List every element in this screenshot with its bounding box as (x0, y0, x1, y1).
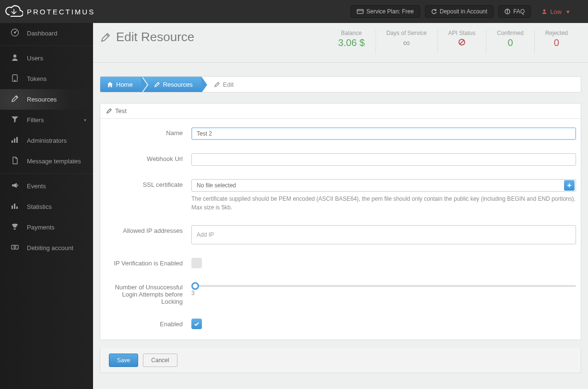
stat-api: API Status (437, 30, 486, 54)
check-icon (194, 321, 200, 327)
attempts-value: 3 (191, 290, 576, 297)
svg-point-10 (14, 80, 15, 81)
deposit-button[interactable]: Deposit in Account (425, 5, 494, 18)
sidebar-item-dashboard[interactable]: Dashboard (0, 23, 93, 44)
name-label: Name (105, 127, 191, 137)
svg-line-20 (460, 40, 464, 44)
cancel-button[interactable]: Cancel (143, 354, 177, 367)
sidebar-item-tokens[interactable]: Tokens (0, 69, 93, 89)
ip-verify-toggle[interactable] (191, 258, 202, 268)
breadcrumb-label: Home (116, 81, 133, 88)
dashboard-icon (10, 28, 20, 38)
page-title: Edit Resource (100, 30, 194, 45)
faq-button[interactable]: FAQ (498, 5, 531, 18)
service-plan-button[interactable]: Service Plan: Free (351, 5, 420, 18)
stat-rejected: Rejected 0 (534, 30, 578, 54)
form-panel: Test Name Webhook Url SSL certificate (100, 103, 581, 340)
svg-rect-0 (357, 10, 364, 14)
sidebar-item-label: Filters (27, 116, 44, 124)
sidebar-item-templates[interactable]: Message templates (0, 151, 93, 172)
stats-bar: Balance 3.06 $ Days of Service ∞ API Sta… (328, 30, 578, 54)
stat-label: Confirmed (497, 30, 523, 36)
sidebar-item-debiting[interactable]: Debiting account (0, 238, 93, 258)
svg-rect-15 (14, 204, 15, 209)
user-menu[interactable]: Low ▾ (536, 6, 576, 18)
sidebar-item-users[interactable]: Users (0, 48, 93, 69)
attempts-slider[interactable] (191, 285, 576, 287)
megaphone-icon (10, 181, 20, 191)
sidebar-item-label: Events (27, 183, 46, 190)
ssl-label: SSL certificate (105, 179, 191, 188)
main-content: Edit Resource Balance 3.06 $ Days of Ser… (93, 23, 588, 389)
save-button[interactable]: Save (109, 354, 138, 367)
edit-icon (10, 94, 20, 104)
svg-rect-16 (16, 206, 18, 209)
breadcrumb: Home Resources Edit (100, 76, 581, 92)
stat-label: Balance (338, 30, 365, 36)
ip-verify-label: IP Verification is Enabled (105, 258, 191, 267)
topbar: PROTECTIMUS Service Plan: Free Deposit i… (0, 0, 588, 23)
panel-header: Test (100, 103, 581, 119)
webhook-input[interactable] (191, 153, 576, 166)
stat-label: API Status (448, 30, 476, 36)
sidebar-item-label: Statistics (27, 203, 52, 210)
faq-label: FAQ (513, 8, 525, 15)
breadcrumb-label: Resources (163, 81, 193, 88)
sidebar-item-label: Dashboard (27, 30, 58, 37)
edit-icon (214, 81, 220, 88)
webhook-label: Webhook Url (105, 153, 191, 162)
sidebar-item-statistics[interactable]: Statistics (0, 196, 93, 217)
sidebar-item-resources[interactable]: Resources (0, 89, 93, 110)
stat-value: 3.06 $ (338, 37, 365, 48)
ssl-help-text: The certificate supplied should be PEM e… (191, 194, 576, 212)
sidebar-item-label: Tokens (27, 75, 47, 82)
allowed-ip-input[interactable]: Add IP (191, 225, 576, 244)
stat-balance: Balance 3.06 $ (328, 30, 376, 54)
sidebar-item-label: Message templates (27, 158, 81, 165)
breadcrumb-resources[interactable]: Resources (141, 77, 201, 92)
chevron-down-icon: ▾ (84, 117, 86, 123)
stat-label: Rejected (545, 30, 568, 36)
svg-rect-17 (12, 245, 18, 249)
chart-icon (10, 202, 20, 212)
sidebar-item-events[interactable]: Events (0, 176, 93, 196)
ssl-file-picker[interactable]: No file selected (191, 179, 576, 192)
page-title-text: Edit Resource (116, 30, 194, 45)
plus-icon (566, 183, 572, 188)
breadcrumb-home[interactable]: Home (100, 77, 141, 92)
info-icon (505, 9, 510, 14)
bars-icon (10, 136, 20, 146)
sidebar-item-admins[interactable]: Administrators (0, 130, 93, 151)
allowed-ip-label: Allowed IP addresses (105, 225, 191, 234)
nav-separator (0, 173, 93, 174)
api-status-icon (448, 37, 476, 48)
attempts-label: Number of Unsuccessful Login Attempts be… (105, 282, 191, 305)
sidebar-item-payments[interactable]: Payments (0, 217, 93, 238)
add-file-button[interactable] (564, 180, 575, 191)
divider (93, 62, 588, 63)
sidebar-item-filters[interactable]: Filters ▾ (0, 110, 93, 130)
sidebar-item-label: Resources (27, 96, 57, 103)
enabled-label: Enabled (105, 319, 191, 328)
svg-point-18 (14, 246, 16, 248)
svg-point-7 (14, 32, 16, 34)
stat-value: 0 (545, 37, 568, 48)
infinity-icon: ∞ (387, 37, 427, 48)
user-icon (541, 9, 547, 14)
panel-header-text: Test (115, 107, 127, 114)
money-icon (10, 243, 20, 253)
slider-knob[interactable] (191, 282, 199, 290)
enabled-toggle[interactable] (191, 319, 202, 329)
user-level-label: Low (550, 8, 562, 15)
sidebar-item-label: Debiting account (27, 244, 73, 252)
svg-point-4 (507, 10, 508, 11)
stat-confirmed: Confirmed 0 (486, 30, 534, 54)
document-icon (10, 156, 20, 166)
trophy-icon (10, 222, 20, 232)
svg-rect-11 (12, 140, 13, 143)
edit-icon (106, 108, 112, 114)
stat-days: Days of Service ∞ (376, 30, 437, 54)
card-icon (357, 9, 364, 14)
name-input[interactable] (191, 127, 576, 140)
logo[interactable]: PROTECTIMUS (5, 4, 95, 19)
